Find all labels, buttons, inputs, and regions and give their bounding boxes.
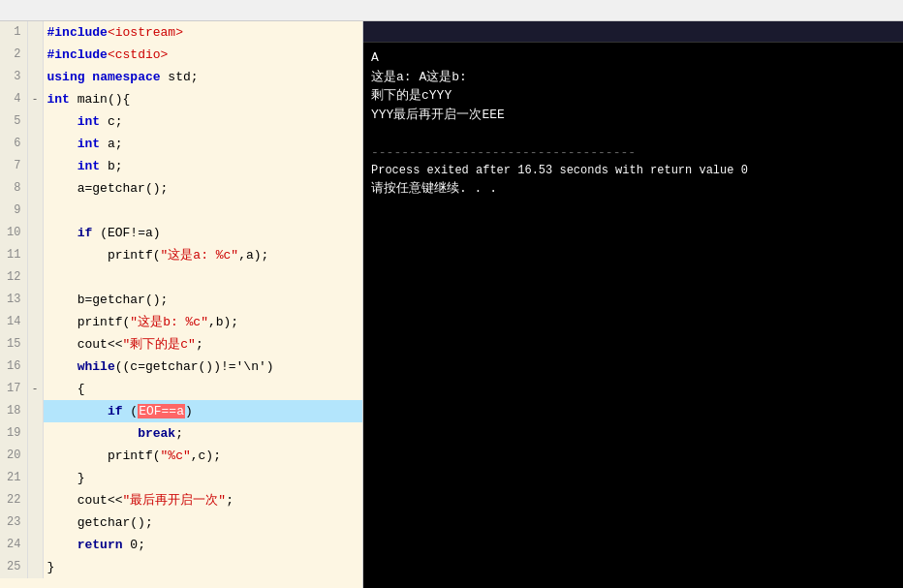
line-number: 2 — [0, 44, 27, 66]
gutter-marker — [27, 222, 43, 244]
gutter-marker — [27, 445, 43, 467]
code-line: 22 cout<<"最后再开启一次"; — [0, 489, 362, 511]
code-line: 25} — [0, 556, 362, 578]
line-number: 10 — [0, 222, 27, 244]
main-container: 1#include<iostream>2#include<cstdio>3usi… — [0, 21, 903, 588]
line-number: 5 — [0, 110, 27, 133]
line-number: 1 — [0, 21, 27, 44]
code-line: 10 if (EOF!=a) — [0, 222, 362, 244]
terminal-line — [371, 124, 895, 143]
gutter-marker — [27, 155, 43, 177]
code-line: 8 a=getchar(); — [0, 177, 362, 200]
gutter-marker — [27, 266, 43, 289]
gutter-marker — [27, 244, 43, 266]
code-content: if (EOF!=a) — [43, 222, 362, 244]
terminal-line: 这是a: A这是b: — [371, 68, 895, 87]
code-content: using namespace std; — [43, 66, 362, 88]
line-number: 15 — [0, 333, 27, 356]
code-line: 17- { — [0, 378, 362, 400]
line-number: 9 — [0, 200, 27, 222]
code-content: printf("这是b: %c",b); — [43, 311, 362, 333]
gutter-marker — [27, 44, 43, 66]
code-line: 14 printf("这是b: %c",b); — [0, 311, 362, 333]
line-number: 16 — [0, 356, 27, 378]
line-number: 25 — [0, 556, 27, 578]
line-number: 3 — [0, 66, 27, 88]
code-content: printf("%c",c); — [43, 445, 362, 467]
code-line: 12 — [0, 266, 362, 289]
code-line: 3using namespace std; — [0, 66, 362, 88]
code-content: #include<iostream> — [43, 21, 362, 44]
line-number: 11 — [0, 244, 27, 266]
code-content — [43, 266, 362, 289]
code-content: cout<<"剩下的是c"; — [43, 333, 362, 356]
code-line: 4-int main(){ — [0, 88, 362, 110]
line-number: 4 — [0, 88, 27, 110]
line-number: 17 — [0, 378, 27, 400]
line-number: 20 — [0, 445, 27, 467]
gutter-marker — [27, 511, 43, 534]
code-content: #include<cstdio> — [43, 44, 362, 66]
line-number: 14 — [0, 311, 27, 333]
code-panel: 1#include<iostream>2#include<cstdio>3usi… — [0, 21, 363, 588]
gutter-marker — [27, 489, 43, 511]
code-content: while((c=getchar())!='\n') — [43, 356, 362, 378]
code-line: 2#include<cstdio> — [0, 44, 362, 66]
gutter-marker — [27, 400, 43, 422]
line-number: 23 — [0, 511, 27, 534]
line-number: 6 — [0, 133, 27, 155]
line-number: 12 — [0, 266, 27, 289]
terminal-line: 剩下的是cYYY — [371, 86, 895, 106]
code-content: int b; — [43, 155, 362, 177]
terminal-line: 请按任意键继续. . . — [371, 179, 895, 199]
gutter-marker — [27, 534, 43, 556]
code-content: return 0; — [43, 534, 362, 556]
line-number: 24 — [0, 534, 27, 556]
terminal-panel: A这是a: A这是b:剩下的是cYYYYYY最后再开启一次EEE -------… — [363, 21, 903, 588]
code-line: 9 — [0, 200, 362, 222]
gutter-marker — [27, 333, 43, 356]
terminal-line: ----------------------------------- — [371, 143, 895, 163]
code-content: int a; — [43, 133, 362, 155]
line-number: 18 — [0, 400, 27, 422]
gutter-marker — [27, 21, 43, 44]
gutter-marker: - — [27, 378, 43, 400]
gutter-marker — [27, 356, 43, 378]
code-table: 1#include<iostream>2#include<cstdio>3usi… — [0, 21, 362, 578]
gutter-marker — [27, 66, 43, 88]
gutter-marker — [27, 177, 43, 200]
code-line: 19 break; — [0, 422, 362, 445]
code-content — [43, 200, 362, 222]
line-number: 22 — [0, 489, 27, 511]
terminal-line: A — [371, 48, 895, 68]
gutter-marker — [27, 200, 43, 222]
code-line: 20 printf("%c",c); — [0, 445, 362, 467]
code-content: b=getchar(); — [43, 289, 362, 311]
gutter-marker — [27, 311, 43, 333]
code-content: { — [43, 378, 362, 400]
code-line: 13 b=getchar(); — [0, 289, 362, 311]
code-line: 6 int a; — [0, 133, 362, 155]
terminal-line: YYY最后再开启一次EEE — [371, 106, 895, 125]
code-content: } — [43, 556, 362, 578]
code-content: int c; — [43, 110, 362, 133]
gutter-marker — [27, 422, 43, 445]
code-line: 1#include<iostream> — [0, 21, 362, 44]
code-line: 23 getchar(); — [0, 511, 362, 534]
code-content: printf("这是a: %c",a); — [43, 244, 362, 266]
code-content: } — [43, 467, 362, 489]
line-number: 13 — [0, 289, 27, 311]
code-line: 24 return 0; — [0, 534, 362, 556]
line-number: 21 — [0, 467, 27, 489]
code-line: 21 } — [0, 467, 362, 489]
code-content: int main(){ — [43, 88, 362, 110]
terminal-body: A这是a: A这是b:剩下的是cYYYYYY最后再开启一次EEE -------… — [363, 43, 903, 588]
code-line: 7 int b; — [0, 155, 362, 177]
gutter-marker — [27, 556, 43, 578]
code-line: 18 if (EOF==a) — [0, 400, 362, 422]
code-content: a=getchar(); — [43, 177, 362, 200]
gutter-marker — [27, 289, 43, 311]
gutter-marker: - — [27, 88, 43, 110]
title-bar — [0, 0, 903, 21]
line-number: 7 — [0, 155, 27, 177]
